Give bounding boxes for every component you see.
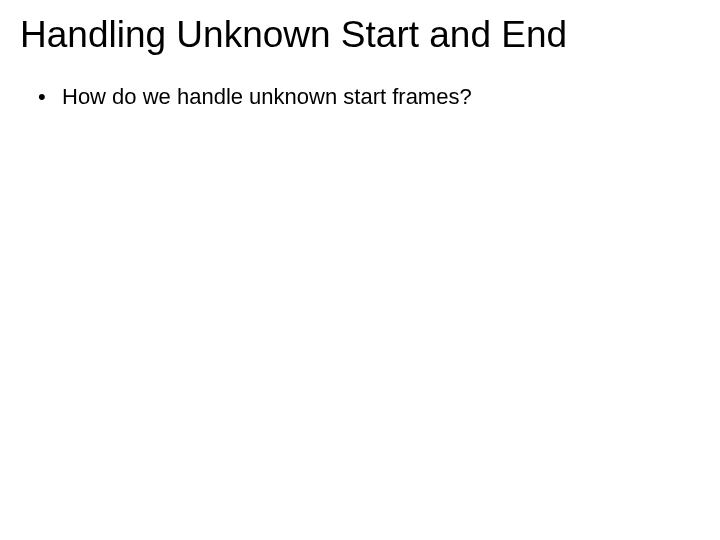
bullet-item: How do we handle unknown start frames?: [38, 84, 700, 110]
slide-title: Handling Unknown Start and End: [20, 14, 700, 56]
bullet-list: How do we handle unknown start frames?: [20, 84, 700, 110]
slide-container: Handling Unknown Start and End How do we…: [0, 0, 720, 540]
